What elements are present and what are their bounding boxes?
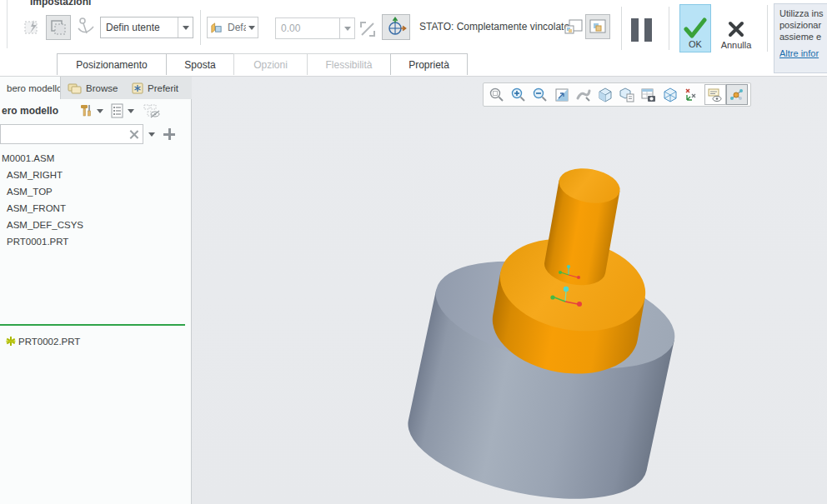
dashboard-tabs: Posizionamento Sposta Opzioni Flessibili… [0,53,827,76]
drag-component-icon[interactable] [73,15,98,40]
graphics-area[interactable] [192,77,827,504]
toolbar-separator [669,7,669,50]
favorites-tab-label: Preferit [148,83,178,93]
model-tree-tab-label: bero modello [7,83,61,93]
chevron-down-icon [128,109,134,113]
group-divider [7,0,8,48]
tree-title: ero modello [2,105,75,117]
auto-constraint-icon[interactable] [22,17,43,38]
search-options-dropdown[interactable] [148,132,155,137]
tree-row-prt0001[interactable]: PRT0001.PRT [7,233,68,249]
tree-header: ero modello [0,100,192,122]
tree-row-asm-def-csys[interactable]: ASM_DEF_CSYS [7,217,83,232]
chevron-down-icon [344,27,351,31]
tree-row-asm-right[interactable]: ASM_RIGHT [7,167,63,182]
settings-section-label: Impostazioni [30,0,91,7]
chevron-down-icon [148,132,155,137]
ok-label: OK [689,39,702,49]
manual-place-glyph [49,18,68,37]
drag-component-glyph [75,17,97,38]
tab-posizionamento[interactable]: Posizionamento [57,53,167,75]
offset-value-dropdown[interactable] [339,18,354,38]
tools-glyph [78,103,93,118]
placement-status: STATO: Completamente vincolato [419,21,569,32]
offset-value-text: 0.00 [276,22,339,34]
toolbar-separator [767,5,768,52]
cancel-label: Annulla [721,40,752,50]
favorites-icon [132,82,143,94]
separate-window-icon[interactable] [563,17,584,37]
insertion-indicator [0,324,185,326]
placing-component-icon [6,337,15,346]
tree-filter-icon[interactable] [110,103,124,118]
tree-search-input[interactable] [1,125,124,143]
cancel-button[interactable]: Annulla [714,4,759,52]
tab-sposta[interactable]: Sposta [166,53,234,75]
model-tree-panel: bero modello Browse Preferit ero modello [0,77,192,504]
tree-display-glyph [143,103,161,118]
separate-window-glyph [564,18,584,37]
flip-constraint-icon[interactable] [357,18,378,40]
tab-model-tree[interactable]: bero modello [0,77,61,99]
tree-item-label: ASM_DEF_CSYS [7,220,83,230]
3d-viewport[interactable] [192,77,827,504]
constraint-type-icon [210,22,223,34]
chevron-down-icon [183,26,189,30]
pause-icon[interactable] [631,18,653,42]
csys-glyph [385,17,407,38]
help-line: posizionar [779,19,827,31]
tree-item-label: M0001.ASM [2,153,54,163]
ok-check-icon [683,17,708,39]
tree-item-label: PRT0002.PRT [18,337,80,347]
tree-columns-icon[interactable] [143,103,161,118]
main-window-glyph [589,18,607,35]
offset-value-field[interactable]: 0.00 [275,17,355,39]
filter-list-glyph [110,103,124,118]
creo-component-placement-window: Impostazioni Defin utente [0,0,827,504]
constraint-type-dropdown[interactable] [178,17,193,37]
tree-row-asm-top[interactable]: ASM_TOP [7,183,53,199]
chevron-down-icon [97,109,103,113]
tab-flessibilita: Flessibilità [307,53,391,75]
cancel-x-icon [728,18,744,40]
tab-favorites[interactable]: Preferit [125,77,192,99]
main-window-icon[interactable] [585,14,610,39]
browser-tab-label: Browse [86,83,118,93]
tab-proprieta[interactable]: Proprietà [390,53,468,75]
coordinate-system-icon[interactable] [382,14,410,40]
folder-browser-icon [68,82,82,94]
constraint-type-value: Defin utente [101,22,178,33]
toolbar-separator [621,7,622,50]
tree-tools-icon[interactable] [78,103,93,118]
offset-type-dropdown[interactable] [246,17,258,37]
offset-type-value: Defa [223,22,246,33]
constraint-type-combo[interactable]: Defin utente [100,17,193,38]
tree-tools-dropdown[interactable] [97,109,103,113]
flip-glyph [358,20,377,38]
offset-type-combo[interactable]: Defa [207,17,258,38]
toolbar-separator [200,10,201,45]
tree-item-label: ASM_FRONT [7,203,66,213]
help-line: assieme e [779,31,827,42]
auto-constraint-glyph [23,18,42,37]
navigator-tabs: bero modello Browse Preferit [0,77,192,99]
add-icon[interactable] [163,128,175,140]
tree-filter-dropdown[interactable] [128,109,134,113]
placement-dashboard: Impostazioni Defin utente [0,0,827,77]
tree-item-label: ASM_TOP [7,187,53,197]
ok-button[interactable]: OK [679,4,711,52]
tree-row-assembly[interactable]: M0001.ASM [2,150,54,166]
tree-row-asm-front[interactable]: ASM_FRONT [7,200,66,216]
tree-item-label: PRT0001.PRT [7,237,68,247]
help-line: Utilizza ins [779,7,827,19]
tree-row-prt0002-placing[interactable]: PRT0002.PRT [6,333,80,349]
tree-item-label: ASM_RIGHT [7,170,63,180]
tab-opzioni: Opzioni [233,53,308,75]
tree-search-box[interactable] [0,124,143,144]
search-clear-icon[interactable] [129,129,139,139]
tree-search-row [0,123,192,145]
manual-place-icon[interactable] [46,15,71,40]
chevron-down-icon [248,26,255,30]
tab-browser[interactable]: Browse [61,77,125,99]
